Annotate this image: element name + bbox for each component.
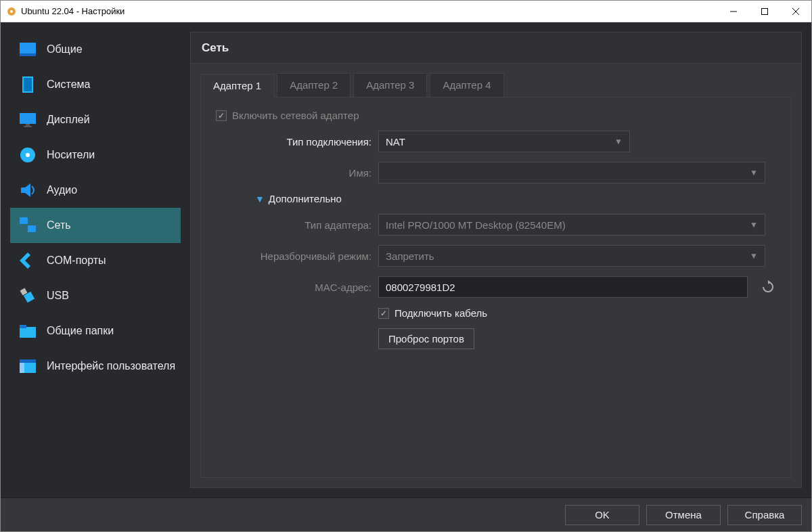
port-forwarding-button[interactable]: Проброс портов	[378, 328, 474, 349]
sidebar-item-label: Общие	[47, 43, 83, 56]
adapter-type-label: Тип адаптера:	[216, 219, 371, 231]
panel-header: Сеть	[190, 32, 802, 63]
promiscuous-combo: Запретить ▼	[378, 245, 765, 267]
sidebar-item-label: Сеть	[47, 219, 71, 231]
name-combo: ▼	[378, 162, 765, 183]
panel-title: Сеть	[202, 41, 229, 55]
tab-adapter-1[interactable]: Адаптер 1	[200, 74, 274, 97]
sidebar-item-display[interactable]: Дисплей	[10, 102, 181, 137]
cable-connected-label: Подключить кабель	[394, 307, 487, 319]
svg-marker-26	[768, 280, 771, 284]
attached-to-combo[interactable]: NAT ▼	[378, 131, 630, 152]
sidebar-item-audio[interactable]: Аудио	[10, 173, 181, 208]
svg-rect-11	[26, 124, 30, 126]
sidebar-item-label: Общие папки	[47, 325, 114, 337]
sidebar-item-label: Система	[47, 79, 90, 91]
window-title: Ubuntu 22.04 - Настройки	[21, 6, 718, 16]
attached-to-label: Тип подключения:	[216, 136, 371, 148]
chevron-down-icon: ▼	[750, 220, 758, 229]
svg-rect-16	[20, 217, 28, 224]
sidebar-item-network[interactable]: Сеть	[10, 208, 181, 243]
help-button[interactable]: Справка	[727, 505, 802, 525]
ok-button[interactable]: OK	[565, 505, 639, 525]
audio-icon	[17, 179, 39, 201]
sidebar-item-serial[interactable]: COM-порты	[10, 243, 181, 278]
ui-icon	[17, 355, 39, 377]
chevron-down-icon: ▼	[750, 168, 758, 177]
svg-rect-22	[20, 325, 26, 328]
svg-rect-21	[20, 327, 36, 338]
svg-rect-17	[28, 225, 36, 232]
svg-rect-6	[20, 43, 36, 53]
sidebar-item-storage[interactable]: Носители	[10, 137, 181, 173]
tab-adapter-3[interactable]: Адаптер 3	[353, 73, 427, 97]
cancel-button[interactable]: Отмена	[646, 505, 721, 525]
sidebar-item-usb[interactable]: USB	[10, 278, 181, 313]
sidebar-item-label: Дисплей	[47, 114, 90, 126]
chevron-down-icon: ▼	[750, 251, 758, 261]
svg-point-14	[26, 153, 30, 157]
chevron-down-icon: ▼	[614, 137, 623, 146]
svg-rect-25	[20, 363, 24, 373]
svg-rect-24	[20, 359, 36, 363]
tab-content: ✓ Включить сетевой адаптер Тип подключен…	[200, 97, 792, 478]
sidebar-item-label: USB	[47, 290, 69, 302]
sidebar-item-label: Аудио	[47, 184, 77, 196]
network-icon	[17, 215, 39, 236]
sidebar-item-general[interactable]: Общие	[10, 32, 181, 67]
svg-rect-12	[24, 126, 32, 127]
adapter-type-combo: Intel PRO/1000 MT Desktop (82540EM) ▼	[378, 214, 765, 236]
dialog-footer: OK Отмена Справка	[1, 497, 811, 531]
triangle-down-icon: ▼	[255, 194, 265, 204]
svg-rect-10	[20, 113, 36, 124]
svg-marker-15	[21, 183, 30, 197]
sidebar-item-ui[interactable]: Интерфейс пользователя	[10, 349, 181, 384]
sidebar-item-shared[interactable]: Общие папки	[10, 313, 181, 349]
sidebar: Общие Система Дисплей Носители Аудио Сет…	[10, 32, 181, 488]
name-label: Имя:	[216, 167, 371, 179]
sidebar-item-system[interactable]: Система	[10, 67, 181, 102]
sidebar-item-label: Интерфейс пользователя	[47, 360, 175, 372]
general-icon	[17, 39, 39, 60]
folder-icon	[17, 320, 39, 342]
svg-rect-7	[20, 53, 36, 56]
display-icon	[17, 109, 39, 131]
system-icon	[17, 74, 39, 95]
svg-rect-9	[24, 78, 32, 91]
refresh-icon[interactable]	[760, 279, 776, 295]
tab-adapter-4[interactable]: Адаптер 4	[430, 73, 503, 97]
titlebar: Ubuntu 22.04 - Настройки	[1, 1, 811, 22]
cable-connected-checkbox[interactable]: ✓	[378, 308, 389, 319]
mac-label: MAC-адрес:	[216, 282, 371, 293]
gear-icon	[6, 6, 17, 17]
enable-adapter-label: Включить сетевой адаптер	[232, 110, 359, 121]
maximize-button[interactable]	[749, 1, 780, 22]
sidebar-item-label: Носители	[47, 149, 95, 161]
svg-point-1	[10, 10, 13, 13]
svg-marker-18	[20, 252, 30, 269]
close-button[interactable]	[780, 1, 811, 22]
tab-adapter-2[interactable]: Адаптер 2	[277, 73, 351, 97]
storage-icon	[17, 144, 39, 166]
settings-window: Ubuntu 22.04 - Настройки Общие Система	[0, 0, 812, 532]
mac-address-field[interactable]	[378, 276, 748, 298]
advanced-toggle[interactable]: ▼ Дополнительно	[216, 193, 776, 204]
usb-icon	[17, 285, 39, 307]
serial-icon	[17, 250, 39, 271]
main-panel: Сеть Адаптер 1 Адаптер 2 Адаптер 3 Адапт…	[190, 32, 802, 488]
enable-adapter-checkbox[interactable]: ✓	[216, 110, 227, 121]
minimize-button[interactable]	[718, 1, 749, 22]
sidebar-item-label: COM-порты	[47, 254, 106, 267]
tab-bar: Адаптер 1 Адаптер 2 Адаптер 3 Адаптер 4	[200, 73, 792, 97]
promiscuous-label: Неразборчивый режим:	[216, 250, 371, 262]
svg-rect-3	[762, 8, 768, 14]
